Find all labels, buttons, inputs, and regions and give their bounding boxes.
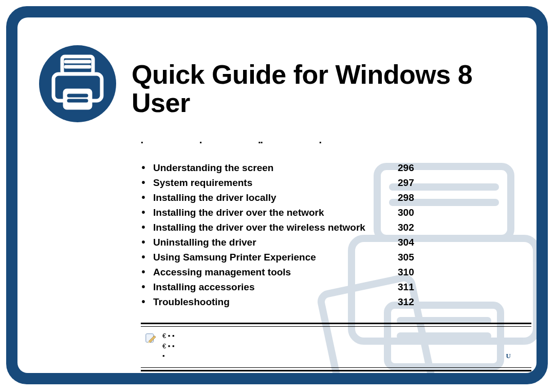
toc-label: Installing the driver locally: [153, 190, 391, 205]
toc-item[interactable]: • Accessing management tools 310: [141, 265, 429, 279]
toc-page: 312: [398, 294, 429, 309]
bullet-icon: •: [141, 160, 146, 175]
toc-item[interactable]: • Uninstalling the driver 304: [141, 235, 429, 250]
toc-page: 302: [398, 220, 429, 235]
toc-item[interactable]: • Using Samsung Printer Experience 305: [141, 250, 429, 265]
intro-fragment: ▪: [141, 139, 143, 148]
toc-page: 304: [398, 235, 429, 250]
toc-page: 305: [398, 250, 429, 265]
bullet-icon: •: [141, 205, 146, 220]
toc-page: 296: [398, 160, 429, 175]
rule-top: [141, 323, 531, 327]
note-line: € ▪ ▪: [162, 331, 531, 341]
rule-bottom: [141, 367, 531, 371]
toc-page: 310: [398, 265, 429, 279]
bullet-icon: •: [141, 220, 146, 235]
note-text: € ▪ ▪ € ▪ ▪ ▪ U: [162, 331, 531, 361]
bullet-icon: •: [141, 235, 146, 250]
toc-page: 300: [398, 205, 429, 220]
toc-item[interactable]: • Troubleshooting 312: [141, 294, 429, 309]
toc-label: Troubleshooting: [153, 294, 391, 309]
note-glyph: U: [506, 351, 511, 361]
note-box: € ▪ ▪ € ▪ ▪ ▪ U: [141, 323, 531, 371]
page-title: Quick Guide for Windows 8 User: [132, 61, 532, 117]
note-line-fragment: ▪: [162, 352, 165, 360]
bullet-icon: •: [141, 265, 146, 279]
toc-page: 311: [398, 279, 429, 294]
bullet-icon: •: [141, 190, 146, 205]
page-card: Quick Guide for Windows 8 User ▪ ▪ ▪▪ ▪ …: [17, 17, 536, 373]
toc-item[interactable]: • Installing the driver over the wireles…: [141, 220, 429, 235]
toc-item[interactable]: • Installing the driver over the network…: [141, 205, 429, 220]
toc-item[interactable]: • Installing the driver locally 298: [141, 190, 429, 205]
toc-label: Installing accessories: [153, 279, 391, 294]
note-line: € ▪ ▪: [162, 341, 531, 351]
toc-label: Using Samsung Printer Experience: [153, 250, 391, 265]
toc-label: Uninstalling the driver: [153, 235, 391, 250]
intro-fragment: ▪▪: [258, 139, 263, 148]
bullet-icon: •: [141, 279, 146, 294]
intro-fragment: ▪: [199, 139, 201, 148]
toc-label: Accessing management tools: [153, 265, 391, 279]
intro-fragment: ▪: [319, 139, 321, 148]
toc-item[interactable]: • System requirements 297: [141, 175, 429, 190]
toc-label: Installing the driver over the wireless …: [153, 220, 391, 235]
toc-label: Understanding the screen: [153, 160, 391, 175]
toc-item[interactable]: • Installing accessories 311: [141, 279, 429, 294]
toc-label: System requirements: [153, 175, 391, 190]
bullet-icon: •: [141, 175, 146, 190]
toc-page: 298: [398, 190, 429, 205]
pencil-note-icon: [145, 332, 156, 343]
toc-item[interactable]: • Understanding the screen 296: [141, 160, 429, 175]
printer-icon: [39, 45, 116, 122]
bullet-icon: •: [141, 250, 146, 265]
bullet-icon: •: [141, 294, 146, 309]
intro-text: ▪ ▪ ▪▪ ▪: [141, 139, 531, 148]
note-line: ▪ U: [162, 351, 531, 361]
page-frame: Quick Guide for Windows 8 User ▪ ▪ ▪▪ ▪ …: [6, 6, 548, 384]
table-of-contents: • Understanding the screen 296 • System …: [141, 160, 429, 309]
toc-label: Installing the driver over the network: [153, 205, 391, 220]
toc-page: 297: [398, 175, 429, 190]
